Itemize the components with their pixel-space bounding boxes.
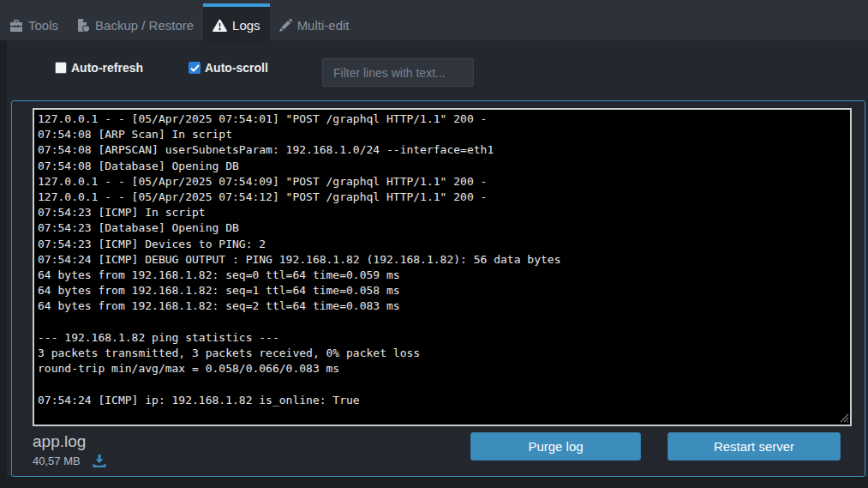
tab-backup-restore[interactable]: Backup / Restore <box>68 3 203 44</box>
auto-refresh-checkbox[interactable] <box>55 62 67 74</box>
auto-refresh-toggle[interactable]: Auto-refresh <box>55 61 143 75</box>
log-file-name: app.log <box>33 431 106 452</box>
log-textarea[interactable]: 127.0.0.1 - - [05/Apr/2025 07:54:01] "PO… <box>33 108 852 426</box>
toolbox-icon <box>9 20 23 32</box>
auto-scroll-checkbox[interactable] <box>189 62 201 74</box>
tab-logs[interactable]: Logs <box>203 3 270 44</box>
log-viewer: 127.0.0.1 - - [05/Apr/2025 07:54:01] "PO… <box>33 108 852 426</box>
restart-server-button[interactable]: Restart server <box>667 432 841 461</box>
auto-scroll-toggle[interactable]: Auto-scroll <box>189 61 268 75</box>
log-file-size: 40,57 MB <box>33 455 81 467</box>
filter-input[interactable] <box>322 58 474 87</box>
file-shield-icon <box>77 19 90 33</box>
log-file-info: app.log 40,57 MB <box>33 431 106 467</box>
tab-multi-edit[interactable]: Multi-edit <box>270 3 359 44</box>
tab-tools[interactable]: Tools <box>0 3 68 44</box>
tab-label: Tools <box>28 18 58 33</box>
tab-bar: Tools Backup / Restore Logs Mult <box>0 0 868 40</box>
check-icon <box>190 64 200 72</box>
log-panel: 127.0.0.1 - - [05/Apr/2025 07:54:01] "PO… <box>11 100 865 477</box>
tab-label: Backup / Restore <box>95 18 194 33</box>
logs-page: Auto-refresh Auto-scroll 127.0.0.1 - - [… <box>7 40 868 477</box>
auto-scroll-label: Auto-scroll <box>205 61 268 75</box>
download-icon[interactable] <box>93 455 106 467</box>
tab-label: Logs <box>232 18 260 33</box>
tab-label: Multi-edit <box>297 18 350 33</box>
pencil-icon <box>279 19 292 32</box>
warning-triangle-icon <box>213 19 227 32</box>
resize-grip-icon[interactable] <box>839 413 849 423</box>
auto-refresh-label: Auto-refresh <box>71 61 143 75</box>
purge-log-button[interactable]: Purge log <box>470 432 641 461</box>
